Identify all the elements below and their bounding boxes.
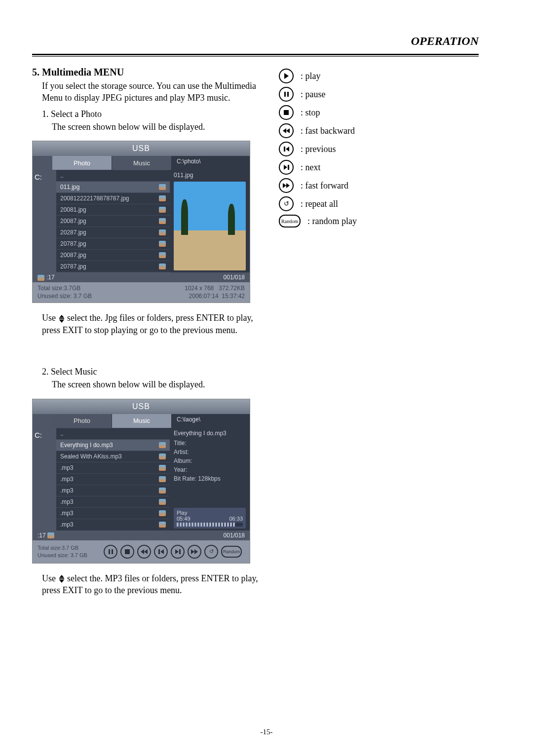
- list-item[interactable]: 20081.jpg: [56, 204, 170, 215]
- fast-forward-icon: [279, 178, 294, 193]
- tab-music[interactable]: Music: [112, 156, 172, 170]
- image-thumb-icon: [159, 207, 166, 213]
- page-number: -15-: [0, 728, 533, 736]
- fast-forward-button[interactable]: [188, 545, 201, 559]
- stop-button[interactable]: [120, 545, 134, 559]
- preview-pane: Everything I do.mp3 Title: Artist: Album…: [170, 428, 250, 530]
- random-button[interactable]: Random: [221, 546, 242, 558]
- meta-bitrate: Bit Rate: 128kbps: [174, 474, 246, 483]
- list-item[interactable]: .mp3: [56, 485, 170, 496]
- list-item[interactable]: .mp3: [56, 507, 170, 519]
- drive-label: C:: [33, 428, 56, 530]
- icon-legend: : play : pause : stop : fast backward : …: [279, 60, 479, 600]
- image-thumb-icon: [159, 229, 166, 235]
- step1-sub: The screen shown below will be displayed…: [52, 121, 259, 133]
- audio-thumb-icon: [159, 442, 166, 448]
- audio-thumb-icon: [159, 510, 166, 516]
- stat-count-left: :17: [38, 532, 54, 539]
- audio-thumb-icon: [159, 488, 166, 493]
- stat-index: 001/018: [224, 274, 245, 281]
- list-item[interactable]: 20087.jpg: [56, 249, 170, 261]
- audio-thumb-icon: [159, 465, 166, 471]
- intro-text: If you select the storage source. You ca…: [42, 80, 259, 104]
- list-item[interactable]: ..: [56, 428, 170, 439]
- ui-title: USB: [33, 399, 250, 414]
- meta-album: Album:: [174, 456, 246, 465]
- file-list[interactable]: .. Everything I do.mp3 Sealed With AKiss…: [56, 428, 170, 530]
- list-item[interactable]: 20087.jpg: [56, 272, 170, 272]
- path-display: C:\photo\: [172, 156, 250, 170]
- footer-date: 2006:07:14: [189, 293, 219, 300]
- audio-thumb-icon: [159, 499, 166, 505]
- fast-backward-icon: [279, 123, 294, 138]
- meta-title: Title:: [174, 439, 246, 448]
- list-item[interactable]: Everything I do.mp3: [56, 439, 170, 451]
- audio-thumb-icon: [159, 476, 166, 482]
- repeat-all-icon: ↺: [279, 196, 294, 211]
- image-thumb-icon: [159, 264, 166, 269]
- ui-title: USB: [33, 141, 250, 156]
- pause-icon: [279, 87, 294, 102]
- list-item[interactable]: .mp3: [56, 462, 170, 473]
- path-display: C:\laoge\: [172, 414, 250, 428]
- list-item[interactable]: 20287.jpg: [56, 227, 170, 238]
- image-thumb-icon: [159, 241, 166, 247]
- play-current: 05:49: [177, 516, 190, 522]
- preview-image: [174, 182, 246, 270]
- previous-icon: [279, 142, 294, 156]
- audio-thumb-icon: [159, 522, 166, 528]
- file-list[interactable]: .. 011.jpg 200812222178878787.jpg 20081.…: [56, 170, 170, 272]
- music-browser-ui: USB Photo Music C:\laoge\ C: ..: [32, 399, 250, 564]
- image-thumb-icon: [159, 184, 166, 190]
- footer-unused-size: Unused size: 3.7 GB: [38, 293, 92, 301]
- play-total: 06:33: [229, 516, 243, 522]
- list-item[interactable]: 20787.jpg: [56, 238, 170, 249]
- tab-music[interactable]: Music: [112, 414, 172, 428]
- audio-thumb-icon: [159, 454, 166, 459]
- updown-icon: [59, 575, 64, 583]
- list-item[interactable]: .mp3: [56, 496, 170, 507]
- page-header: OPERATION: [32, 35, 479, 48]
- list-item[interactable]: .mp3: [56, 519, 170, 530]
- footer-total-size: Total size:3.7 GB: [38, 544, 87, 551]
- list-item[interactable]: 20787.jpg: [56, 261, 170, 272]
- footer-filesize: 372.72KB: [219, 285, 245, 292]
- note2: Use select the. MP3 files or folders, pr…: [42, 572, 259, 597]
- list-item[interactable]: Sealed With AKiss.mp3: [56, 451, 170, 462]
- footer-resolution: 1024 x 768: [185, 285, 214, 292]
- footer-unused-size: Unused size: 3.7 GB: [38, 552, 87, 559]
- step2-title: 2. Select Music: [42, 366, 259, 378]
- list-item[interactable]: .mp3: [56, 473, 170, 485]
- next-button[interactable]: [171, 545, 185, 559]
- preview-filename: 011.jpg: [174, 172, 246, 179]
- preview-pane: 011.jpg: [170, 170, 250, 272]
- image-thumb-icon: [159, 218, 166, 224]
- list-item[interactable]: 011.jpg: [56, 181, 170, 192]
- repeat-button[interactable]: ↺: [204, 545, 218, 559]
- note1: Use select the. Jpg files or folders, pr…: [42, 312, 259, 336]
- next-icon: [279, 160, 294, 175]
- meta-artist: Artist:: [174, 448, 246, 456]
- list-item[interactable]: ..: [56, 170, 170, 181]
- pause-button[interactable]: [104, 545, 117, 559]
- list-item[interactable]: 20087.jpg: [56, 215, 170, 227]
- stat-count-left: :17: [38, 274, 55, 281]
- play-progress: Play 05:49 06:33: [174, 508, 246, 529]
- list-item[interactable]: 200812222178878787.jpg: [56, 192, 170, 204]
- step1-title: 1. Select a Photo: [42, 108, 259, 120]
- step2-sub: The screen shown below will be displayed…: [52, 378, 259, 390]
- photo-browser-ui: USB Photo Music C:\photo\ C: .. 011.jpg …: [32, 141, 250, 303]
- stop-icon: [279, 105, 294, 120]
- footer-total-size: Total size:3.7GB: [38, 285, 92, 293]
- previous-button[interactable]: [154, 545, 168, 559]
- tab-photo[interactable]: Photo: [52, 414, 112, 428]
- fast-backward-button[interactable]: [137, 545, 151, 559]
- tab-photo[interactable]: Photo: [52, 156, 112, 170]
- meta-year: Year:: [174, 465, 246, 474]
- play-icon: [279, 69, 294, 83]
- section-title: 5. Multimedia MENU: [32, 67, 259, 78]
- preview-filename: Everything I do.mp3: [174, 430, 246, 437]
- drive-label: C:: [33, 170, 56, 272]
- footer-time: 15:37:42: [222, 293, 245, 300]
- updown-icon: [59, 315, 64, 323]
